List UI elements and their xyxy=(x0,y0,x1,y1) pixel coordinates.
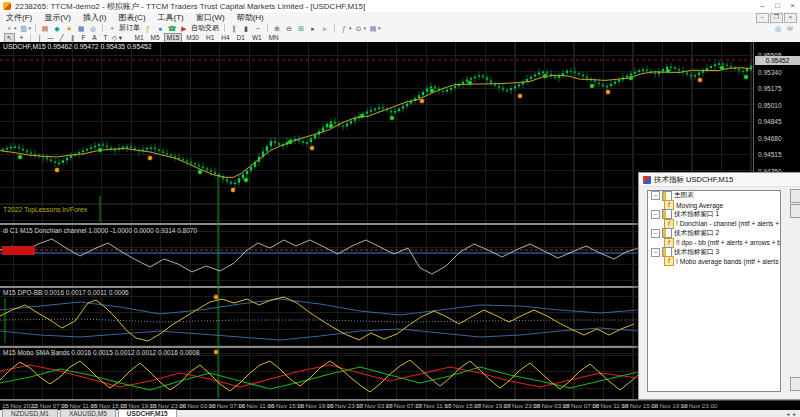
indicator-window-label: 技术指标窗口 3 xyxy=(674,248,719,257)
vertical-line-button[interactable]: | xyxy=(35,34,44,42)
edit-button[interactable] xyxy=(790,189,800,203)
price-axis-label: 0.95340 xyxy=(754,69,800,76)
timeframe-m30-button[interactable]: M30 xyxy=(183,33,202,43)
auto-scroll-button[interactable]: ▸ xyxy=(307,24,319,33)
periods-button[interactable]: ⊙▾ xyxy=(353,24,368,33)
line-chart-button[interactable]: ~ xyxy=(252,24,264,33)
templates-button[interactable]: ▤▾ xyxy=(367,24,382,33)
indicator-window-item[interactable]: −技术指标窗口 2 xyxy=(648,229,780,238)
profiles-button[interactable]: ▥▾ xyxy=(18,24,33,33)
zoom-in-icon: ⊕ xyxy=(272,24,282,33)
indicator-item-label: ! Mobo average bands (mtf + alerts + arr… xyxy=(676,258,781,265)
menu-item-插入[interactable]: 插入(I) xyxy=(77,12,113,23)
indicator-item-label: Moving Average xyxy=(676,202,723,209)
timeframe-m15-button[interactable]: M15 xyxy=(164,33,183,43)
support-button[interactable]: ☎ xyxy=(166,24,178,33)
text-button[interactable]: A xyxy=(90,34,99,42)
indicator-window-item[interactable]: −主图表 xyxy=(648,191,780,200)
timeframe-m5-button[interactable]: M5 xyxy=(148,33,163,43)
maximize-button[interactable]: □ xyxy=(770,0,785,12)
search-button[interactable]: ◎ xyxy=(772,24,784,33)
timeframe-d1-button[interactable]: D1 xyxy=(234,33,248,43)
indicator-item[interactable]: ƒ!! dpo - bb (mtf + alerts + arrows + bt… xyxy=(648,238,780,247)
donchian-label: di C1 M15 Donchian channel 1.0000 -1.000… xyxy=(3,227,197,234)
timeframe-w1-button[interactable]: W1 xyxy=(249,33,265,43)
indicator-window-item[interactable]: −技术指标窗口 3 xyxy=(648,247,780,256)
tile-windows-button[interactable]: ⊞ xyxy=(295,24,307,33)
timeframe-h1-button[interactable]: H1 xyxy=(203,33,217,43)
autotrading-label: 自动交易 xyxy=(191,23,219,33)
chart-shift-button[interactable]: ▹ xyxy=(319,24,331,33)
indicator-item[interactable]: ƒMoving Average xyxy=(648,200,780,209)
indicator-icon: ƒ xyxy=(664,256,674,266)
zoom-in-button[interactable]: ⊕ xyxy=(271,24,283,33)
navigator-button[interactable]: ★ xyxy=(63,24,75,33)
tree-collapse-icon[interactable]: − xyxy=(651,191,660,200)
window-title: 2238265: TTCM-demo2 - 模拟账户 - TTCM Trader… xyxy=(15,1,365,12)
expert-advisors-button[interactable]: ƒ xyxy=(142,24,154,33)
new-order-button[interactable]: +新订单 xyxy=(106,23,142,33)
autotrading-icon: ▶ xyxy=(179,24,189,33)
menu-item-帮助[interactable]: 帮助(H) xyxy=(231,12,270,23)
menu-item-窗口[interactable]: 窗口(W) xyxy=(190,12,231,23)
mdi-restore-button[interactable]: ❐ xyxy=(770,13,783,23)
crosshair-button[interactable]: + xyxy=(17,34,26,42)
tab-scroll-left-icon[interactable]: ◂ xyxy=(784,411,791,417)
community-button[interactable]: ● xyxy=(154,24,166,33)
market-watch-button[interactable]: ▤ xyxy=(39,24,51,33)
strategy-tester-button[interactable]: ◎ xyxy=(87,24,99,33)
indicators-button[interactable]: ƒ▾ xyxy=(338,24,353,33)
trendline-button[interactable]: ╱ xyxy=(57,34,66,42)
terminal-button[interactable]: ▦ xyxy=(75,24,87,33)
chevron-down-icon: ▾ xyxy=(378,25,381,31)
chat-button[interactable]: ✉ xyxy=(784,24,796,33)
toolbar-separator xyxy=(334,24,335,32)
tab-nzdusd-m1[interactable]: NZDUSD,M1 xyxy=(2,409,58,417)
equidistant-channel-button[interactable]: ∥ xyxy=(68,34,77,42)
mdi-minimize-button[interactable]: – xyxy=(756,13,769,23)
bar-chart-button[interactable]: ∥ xyxy=(228,24,240,33)
candlestick-chart-button[interactable]: ▮ xyxy=(240,24,252,33)
text-label-button[interactable]: T xyxy=(101,34,110,42)
timeframe-mn-button[interactable]: MN xyxy=(266,33,282,43)
timeframe-m1-button[interactable]: M1 xyxy=(132,33,147,43)
current-price-badge: 0.95452 xyxy=(755,56,800,65)
line-chart-icon: ~ xyxy=(253,24,263,33)
tab-xauusd-m5[interactable]: XAUUSD,M5 xyxy=(60,409,116,417)
tree-collapse-icon[interactable]: − xyxy=(651,210,660,219)
indicator-window-item[interactable]: −技术指标窗口 1 xyxy=(648,210,780,219)
data-window-button[interactable]: ◆ xyxy=(51,24,63,33)
tree-collapse-icon[interactable]: − xyxy=(651,229,660,238)
minimize-button[interactable]: – xyxy=(755,0,770,12)
zoom-out-button[interactable]: ⊖ xyxy=(283,24,295,33)
tab-usdchf-m15[interactable]: USDCHF,M15 xyxy=(118,409,177,417)
autotrading-button[interactable]: ▶自动交易 xyxy=(178,23,221,33)
indicators-dialog-icon xyxy=(643,176,651,184)
arrows-button[interactable]: ◇ ▾ xyxy=(112,34,122,42)
profiles-icon: ▥ xyxy=(19,24,29,33)
cursor-button[interactable]: ↖ xyxy=(4,33,15,43)
indicator-item[interactable]: ƒ! Mobo average bands (mtf + alerts + ar… xyxy=(648,257,780,266)
menu-item-显示[interactable]: 显示(V) xyxy=(38,12,77,23)
indicators-tree[interactable]: −主图表ƒMoving Average−技术指标窗口 1ƒ! Donchian … xyxy=(647,190,781,392)
price-axis-label: 0.95010 xyxy=(754,102,800,109)
timeframe-h4-button[interactable]: H4 xyxy=(218,33,232,43)
terminal-icon: ▦ xyxy=(76,24,86,33)
indicator-item[interactable]: ƒ! Donchian - channel (mtf + alerts + ar… xyxy=(648,219,780,228)
menu-item-文件[interactable]: 文件(F) xyxy=(0,12,38,23)
delete-button[interactable] xyxy=(790,204,800,218)
menu-item-图表[interactable]: 图表(C) xyxy=(112,12,151,23)
menu-item-工具[interactable]: 工具(T) xyxy=(152,12,190,23)
new-chart-icon: + xyxy=(4,24,14,33)
horizontal-line-button[interactable]: — xyxy=(46,34,55,42)
fibonacci-button[interactable]: F xyxy=(79,34,88,42)
close-button[interactable]: × xyxy=(785,0,800,12)
dialog-close-button[interactable] xyxy=(790,377,800,391)
tree-collapse-icon[interactable]: − xyxy=(651,248,660,257)
new-chart-button[interactable]: +▾ xyxy=(3,24,18,33)
price-axis-label: 0.94680 xyxy=(754,135,800,142)
chart-watermark: T2022 TopLessons In/Forex xyxy=(3,206,87,213)
tab-scroll-right-icon[interactable]: ▸ xyxy=(791,411,798,417)
mdi-close-button[interactable]: × xyxy=(784,13,797,23)
dialog-title-bar[interactable]: 技术指标 USDCHF,M15 xyxy=(639,173,800,187)
